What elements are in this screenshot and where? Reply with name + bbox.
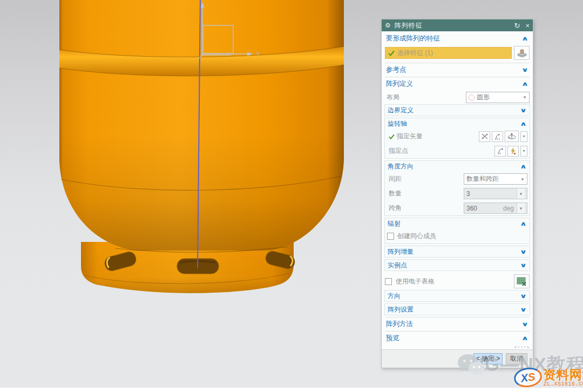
spreadsheet-button[interactable]: [514, 274, 530, 288]
panel-radiate: 辐射 ∧ 创建同心成员: [384, 218, 530, 244]
section-pattern-definition[interactable]: 阵列定义 ∧: [382, 78, 533, 90]
xs-logo-oval: XS: [513, 366, 544, 389]
axis-label-y: Y: [256, 51, 260, 58]
count-dropdown-arrow[interactable]: ▾: [517, 188, 525, 199]
chevron-up-icon[interactable]: ∧: [520, 163, 527, 170]
chevron-down-icon[interactable]: ∨: [521, 321, 528, 328]
circular-layout-icon: [469, 94, 474, 100]
chevron-up-icon[interactable]: ∧: [521, 335, 528, 342]
inferred-point-button[interactable]: [507, 146, 519, 157]
check-icon: [389, 134, 395, 139]
specify-vector-label: 指定矢量: [387, 132, 477, 141]
feature-boss-button[interactable]: [514, 46, 530, 60]
boss-feature-icon: [517, 48, 527, 58]
dropdown-arrow-icon: ▾: [519, 177, 526, 182]
panel-angular-direction: 角度方向 ∧ 间距 数量和跨距 ▾ 数量 3 ▾ 跨角 360: [384, 160, 530, 216]
point-dialog-button[interactable]: [494, 146, 506, 157]
section-pattern-method[interactable]: 阵列方法 ∨: [382, 318, 533, 330]
spreadsheet-icon: [517, 277, 527, 286]
vector-dialog-icon: [494, 133, 501, 140]
xs-logo-url: ZL.XS1616.COM: [544, 381, 583, 387]
layout-label: 布局: [385, 93, 464, 102]
chevron-down-icon[interactable]: ∨: [520, 262, 527, 269]
orientation-header[interactable]: 方向 ∨: [385, 290, 530, 301]
boundary-definition-header[interactable]: 边界定义 ∨: [385, 105, 530, 116]
panel-rotation-axis: 旋转轴 ∧ 指定矢量: [384, 118, 530, 159]
span-dropdown-arrow[interactable]: ▾: [517, 203, 525, 213]
spacing-label: 间距: [389, 174, 402, 184]
pattern-settings-header[interactable]: 阵列设置 ∨: [385, 304, 530, 315]
close-icon[interactable]: ×: [525, 22, 530, 30]
wechat-icon: [455, 351, 487, 381]
dropdown-arrow-icon: ▾: [521, 94, 528, 100]
xs-logo-name: 资料网: [544, 368, 583, 381]
panel-instance-points: 实例点 ∨: [384, 259, 530, 271]
point-options-dropdown[interactable]: ▾: [520, 146, 527, 157]
dialog-title: 阵列特征: [395, 21, 509, 30]
axis-vector-icon: [507, 132, 517, 140]
bottom-white-strip: [0, 388, 583, 392]
unit-label: deg: [503, 205, 515, 212]
gear-icon: ⚙: [385, 22, 391, 29]
pattern-feature-dialog: ⚙ 阵列特征 ↻ × 要形成阵列的特征 ∧ 选择特征 (1): [381, 19, 533, 368]
instance-points-header[interactable]: 实例点 ∨: [385, 260, 530, 271]
select-feature-field[interactable]: 选择特征 (1): [385, 47, 512, 59]
span-angle-field[interactable]: 360 deg ▾: [464, 202, 527, 214]
count-label: 数量: [389, 189, 402, 198]
rotation-axis-vector-button[interactable]: [505, 131, 519, 142]
panel-pattern-settings: 阵列设置 ∨: [384, 303, 530, 315]
pattern-increment-header[interactable]: 阵列增量 ∨: [385, 246, 530, 257]
chevron-up-icon[interactable]: ∧: [520, 120, 527, 127]
layout-dropdown[interactable]: 圆形 ▾: [466, 92, 530, 103]
create-concentric-checkbox[interactable]: [387, 233, 394, 240]
section-reference-point[interactable]: 参考点 ∨: [382, 64, 533, 76]
point-dialog-icon: [497, 147, 504, 154]
panel-orientation: 方向 ∨: [384, 290, 530, 302]
section-features-to-pattern[interactable]: 要形成阵列的特征 ∧: [382, 32, 533, 45]
use-spreadsheet-label: 使用电子表格: [394, 277, 512, 286]
section-preview[interactable]: 预览 ∧: [382, 332, 533, 344]
crossed-arrows-icon: [481, 133, 489, 140]
create-concentric-label: 创建同心成员: [397, 232, 436, 241]
chevron-down-icon[interactable]: ∨: [520, 293, 527, 300]
lightning-icon: [510, 147, 517, 155]
xs-site-logo: XS 资料网 ZL.XS1616.COM: [514, 363, 583, 392]
chevron-up-icon[interactable]: ∧: [520, 220, 527, 227]
chevron-down-icon[interactable]: ∨: [520, 248, 527, 255]
check-icon: [388, 50, 395, 56]
panel-pattern-increment: 阵列增量 ∨: [384, 246, 530, 258]
rotation-axis-header[interactable]: 旋转轴 ∧: [385, 118, 530, 129]
two-point-vector-button[interactable]: [479, 131, 490, 142]
specify-point-label: 指定点: [387, 146, 493, 156]
count-field[interactable]: 3 ▾: [464, 188, 527, 199]
use-spreadsheet-checkbox[interactable]: [385, 278, 392, 285]
reset-icon[interactable]: ↻: [514, 22, 520, 30]
chevron-up-icon[interactable]: ∧: [521, 35, 528, 42]
cylinder-body[interactable]: [59, 0, 344, 252]
vector-options-dropdown[interactable]: ▾: [520, 131, 527, 142]
span-angle-label: 跨角: [389, 204, 402, 213]
dialog-titlebar[interactable]: ⚙ 阵列特征 ↻ ×: [382, 19, 533, 31]
radiate-header[interactable]: 辐射 ∧: [385, 218, 530, 229]
panel-boundary-definition: 边界定义 ∨: [384, 104, 530, 116]
chevron-down-icon[interactable]: ∨: [520, 107, 527, 114]
angular-direction-header[interactable]: 角度方向 ∧: [385, 161, 530, 172]
chevron-up-icon[interactable]: ∧: [521, 80, 528, 87]
vector-dialog-button[interactable]: [492, 131, 503, 142]
chevron-down-icon[interactable]: ∨: [521, 66, 528, 73]
chevron-down-icon[interactable]: ∨: [520, 306, 527, 313]
spacing-dropdown[interactable]: 数量和跨距 ▾: [464, 173, 527, 185]
